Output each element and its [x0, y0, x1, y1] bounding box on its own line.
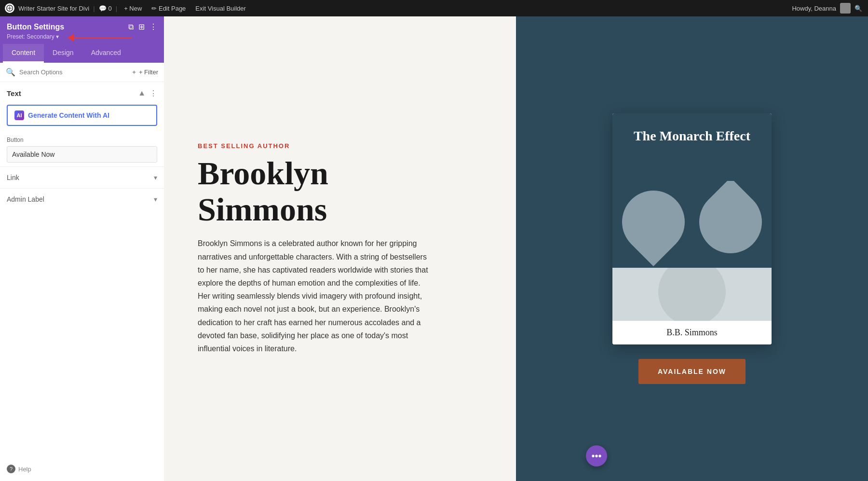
- admin-label-section[interactable]: Admin Label ▾: [0, 188, 164, 210]
- red-arrow: [68, 34, 132, 41]
- admin-label-chevron-icon: ▾: [154, 195, 157, 203]
- separator: |: [93, 5, 95, 12]
- button-field-label: Button: [7, 137, 157, 143]
- section-header: Text ▲ ⋮: [0, 82, 164, 102]
- floating-menu-button[interactable]: •••: [586, 445, 607, 467]
- exit-visual-builder-link[interactable]: Exit Visual Builder: [192, 5, 249, 12]
- ai-generate-button[interactable]: AI Generate Content With AI: [7, 105, 157, 126]
- left-panel: Button Settings ⧉ ⊞ ⋮ Preset: Secondary …: [0, 16, 164, 481]
- link-chevron-icon: ▾: [154, 174, 157, 181]
- admin-label-text: Admin Label: [7, 195, 44, 203]
- content-left: BEST SELLING AUTHOR Brooklyn Simmons Bro…: [164, 16, 516, 481]
- layout-icon[interactable]: ⊞: [138, 22, 145, 31]
- leaf-left-decoration: [612, 181, 698, 266]
- content-right: The Monarch Effect B.B. Simmons AVAILABL…: [516, 16, 868, 481]
- button-text-input[interactable]: [7, 146, 157, 163]
- panel-header: Button Settings ⧉ ⊞ ⋮ Preset: Secondary …: [0, 16, 164, 44]
- site-name: Writer Starter Site for Divi: [18, 5, 89, 12]
- wordpress-logo: [5, 3, 14, 13]
- preset-label: Preset: Secondary ▾: [7, 33, 59, 40]
- search-icon: 🔍: [6, 68, 15, 77]
- link-section[interactable]: Link ▾: [0, 166, 164, 188]
- edit-page-link[interactable]: ✏ Edit Page: [149, 5, 189, 12]
- filter-button[interactable]: + + Filter: [132, 69, 158, 76]
- panel-title: Button Settings: [7, 23, 64, 31]
- avatar: [840, 3, 851, 14]
- book-card: The Monarch Effect B.B. Simmons: [612, 113, 772, 344]
- top-bar-left: Writer Starter Site for Divi | 💬 0 | + N…: [0, 3, 254, 13]
- search-icon[interactable]: 🔍: [854, 5, 862, 12]
- top-bar: Writer Starter Site for Divi | 💬 0 | + N…: [0, 0, 868, 16]
- book-bottom: [612, 268, 772, 321]
- leaf-right-decoration: [686, 181, 772, 266]
- section-icons: ▲ ⋮: [138, 89, 157, 98]
- best-selling-badge: BEST SELLING AUTHOR: [198, 142, 487, 150]
- leaf-bottom-decoration: [658, 268, 726, 321]
- book-title: The Monarch Effect: [634, 128, 750, 144]
- arrow-head: [68, 34, 74, 41]
- tab-advanced[interactable]: Advanced: [82, 44, 130, 63]
- user-greeting: Howdy, Deanna: [792, 5, 836, 12]
- book-author-name: B.B. Simmons: [612, 321, 772, 344]
- help-section[interactable]: ? Help: [0, 457, 164, 481]
- arrow-line: [74, 37, 132, 39]
- comment-count: 💬 0: [99, 5, 112, 12]
- panel-tabs: Content Design Advanced: [0, 44, 164, 63]
- comment-icon: 💬: [99, 5, 107, 12]
- author-bio: Brooklyn Simmons is a celebrated author …: [198, 237, 429, 355]
- tab-content[interactable]: Content: [3, 44, 44, 63]
- copy-icon[interactable]: ⧉: [128, 23, 134, 31]
- help-icon: ?: [7, 465, 15, 473]
- collapse-icon[interactable]: ▲: [138, 89, 146, 98]
- more-icon[interactable]: ⋮: [149, 22, 157, 31]
- tab-design[interactable]: Design: [44, 44, 82, 63]
- section-more-icon[interactable]: ⋮: [149, 89, 157, 98]
- button-field-group: Button: [0, 133, 164, 166]
- ai-icon: AI: [14, 110, 24, 120]
- main-content: BEST SELLING AUTHOR Brooklyn Simmons Bro…: [164, 16, 868, 481]
- search-bar: 🔍 + + Filter: [0, 63, 164, 82]
- link-label: Link: [7, 174, 19, 181]
- new-link[interactable]: + New: [121, 5, 145, 12]
- panel-icons: ⧉ ⊞ ⋮: [128, 22, 157, 31]
- author-name: Brooklyn Simmons: [198, 155, 487, 228]
- dots-icon: •••: [591, 451, 601, 462]
- book-cover: The Monarch Effect: [612, 113, 772, 268]
- available-now-button[interactable]: AVAILABLE NOW: [638, 359, 746, 384]
- top-bar-right: Howdy, Deanna 🔍: [786, 3, 868, 14]
- book-design: [612, 181, 772, 268]
- panel-title-row: Button Settings ⧉ ⊞ ⋮: [7, 22, 157, 31]
- filter-plus-icon: +: [132, 69, 136, 76]
- section-title: Text: [7, 89, 21, 97]
- separator2: |: [116, 5, 117, 12]
- search-input[interactable]: [19, 69, 128, 76]
